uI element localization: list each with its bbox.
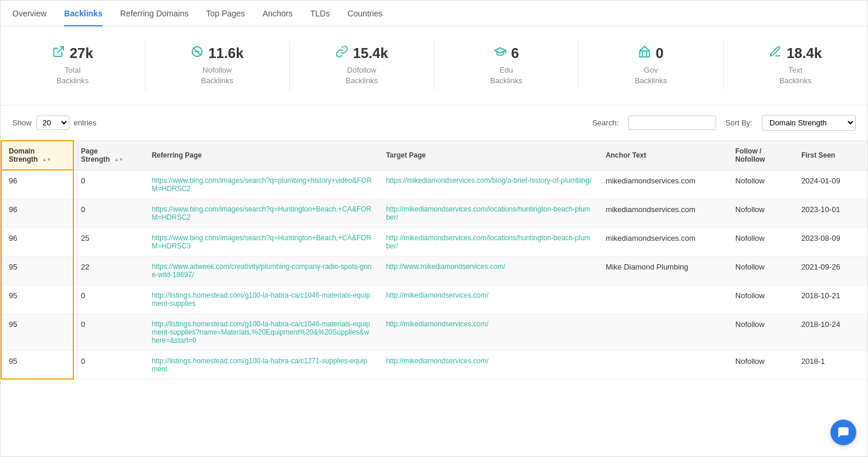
cell-referring-page[interactable]: https://www.bing.com/images/search?q=Hun… [145, 227, 379, 256]
table-row: 9522https://www.adweek.com/creativity/pl… [1, 256, 867, 285]
tab-tlds[interactable]: TLDs [310, 1, 330, 26]
cell-follow: Nofollow [728, 256, 794, 285]
cell-referring-page[interactable]: http://listings.homestead.com/g100-la-ha… [145, 285, 379, 313]
cell-referring-page[interactable]: http://listings.homestead.com/g100-la-ha… [145, 313, 379, 350]
controls-left: Show 20 50 100 entries [12, 115, 586, 130]
tab-countries[interactable]: Countries [347, 1, 382, 26]
cell-anchor-text: mikediamondservices.com [599, 170, 728, 199]
cell-follow: Nofollow [728, 170, 794, 199]
dofollow-value: 15.4k [353, 45, 388, 62]
chat-bubble-button[interactable] [830, 420, 856, 445]
cell-page-strength: 0 [73, 313, 145, 350]
stat-edu-backlinks: 6 EduBacklinks [435, 40, 579, 91]
col-header-target-page: Target Page [379, 141, 598, 170]
sort-select[interactable]: Domain Strength Page Strength First Seen… [762, 115, 856, 131]
cell-target-page[interactable]: http://www.mikediamondservices.com/ [379, 256, 598, 285]
cell-page-strength: 25 [73, 227, 145, 256]
cell-follow: Nofollow [728, 285, 794, 313]
cell-page-strength: 0 [73, 350, 145, 379]
cell-anchor-text: mikediamondservices.com [599, 227, 728, 256]
table-wrapper: DomainStrength ▲▼ PageStrength ▲▼ Referr… [1, 140, 867, 391]
stat-nofollow-backlinks: 11.6k NofollowBacklinks [145, 40, 290, 91]
cell-follow: Nofollow [728, 350, 794, 379]
nofollow-label: NofollowBacklinks [157, 65, 278, 86]
cell-first-seen: 2021-09-26 [794, 256, 867, 285]
col-header-domain-strength[interactable]: DomainStrength ▲▼ [1, 141, 73, 170]
edu-label: EduBacklinks [446, 65, 567, 86]
table-row: 960https://www.bing.com/images/search?q=… [1, 170, 867, 199]
total-backlinks-value: 27k [70, 45, 93, 62]
text-backlinks-value: 18.4k [786, 45, 822, 62]
table-row: 950http://listings.homestead.com/g100-la… [1, 285, 867, 313]
show-select[interactable]: 20 50 100 [36, 115, 69, 130]
entries-label: entries [74, 118, 97, 127]
cell-first-seen: 2018-10-21 [794, 285, 867, 313]
cell-domain-strength: 96 [1, 227, 73, 256]
cell-referring-page[interactable]: https://www.bing.com/images/search?q=plu… [145, 170, 379, 199]
stat-gov-backlinks: 0 GovBacklinks [579, 40, 724, 91]
external-link-icon [52, 45, 65, 62]
cell-first-seen: 2023-10-01 [794, 199, 867, 227]
cell-target-page[interactable]: http://mikediamondservices.com/ [379, 313, 598, 350]
stat-total-backlinks: 27k TotalBacklinks [1, 40, 145, 91]
cell-domain-strength: 95 [1, 350, 73, 379]
nofollow-value: 11.6k [208, 45, 243, 62]
cell-target-page[interactable]: http://mikediamondservices.com/locations… [379, 199, 598, 227]
col-header-page-strength[interactable]: PageStrength ▲▼ [73, 141, 145, 170]
controls-right: Search: Sort By: Domain Strength Page St… [592, 115, 856, 131]
table-row: 960https://www.bing.com/images/search?q=… [1, 199, 867, 227]
cell-page-strength: 22 [73, 256, 145, 285]
cell-anchor-text: mikediamondservices.com [599, 199, 728, 227]
cell-domain-strength: 95 [1, 285, 73, 313]
stats-row: 27k TotalBacklinks 11.6k NofollowBacklin… [1, 26, 867, 105]
cell-first-seen: 2018-10-24 [794, 313, 867, 350]
cell-first-seen: 2024-01-09 [794, 170, 867, 199]
nofollow-icon [191, 45, 204, 62]
tab-anchors[interactable]: Anchors [263, 1, 293, 26]
search-input[interactable] [628, 115, 716, 130]
gov-icon [638, 45, 651, 62]
cell-domain-strength: 96 [1, 170, 73, 199]
sort-arrows-page: ▲▼ [114, 158, 124, 162]
table-row: 950http://listings.homestead.com/g100-la… [1, 350, 867, 379]
cell-target-page[interactable]: http://mikediamondservices.com/locations… [379, 227, 598, 256]
cell-domain-strength: 96 [1, 199, 73, 227]
edu-value: 6 [511, 45, 519, 62]
cell-follow: Nofollow [728, 199, 794, 227]
cell-target-page[interactable]: http://mikediamondservices.com/ [379, 285, 598, 313]
stat-dofollow-backlinks: 15.4k DofollowBacklinks [290, 40, 435, 91]
dofollow-label: DofollowBacklinks [301, 65, 422, 86]
cell-anchor-text [599, 313, 728, 350]
table-row: 950http://listings.homestead.com/g100-la… [1, 313, 867, 350]
search-label: Search: [592, 118, 619, 127]
edu-icon [494, 45, 507, 62]
stat-text-backlinks: 18.4k TextBacklinks [724, 40, 868, 91]
cell-referring-page[interactable]: https://www.bing.com/images/search?q=Hun… [145, 199, 379, 227]
sort-arrows-domain: ▲▼ [42, 158, 52, 162]
dofollow-icon [335, 45, 348, 62]
col-header-anchor-text: Anchor Text [599, 141, 728, 170]
table-row: 9625https://www.bing.com/images/search?q… [1, 227, 867, 256]
cell-referring-page[interactable]: https://www.adweek.com/creativity/plumbi… [145, 256, 379, 285]
cell-follow: Nofollow [728, 313, 794, 350]
cell-domain-strength: 95 [1, 313, 73, 350]
tab-backlinks[interactable]: Backlinks [64, 1, 102, 26]
svg-line-0 [57, 47, 63, 53]
cell-target-page[interactable]: https://mikediamondservices.com/blog/a-b… [379, 170, 598, 199]
table-header-row: DomainStrength ▲▼ PageStrength ▲▼ Referr… [1, 141, 867, 170]
text-backlinks-label: TextBacklinks [735, 65, 856, 86]
cell-referring-page[interactable]: http://listings.homestead.com/g100-la-ha… [145, 350, 379, 379]
cell-page-strength: 0 [73, 170, 145, 199]
tab-referring-domains[interactable]: Referring Domains [120, 1, 189, 26]
show-label: Show [12, 118, 32, 127]
gov-label: GovBacklinks [591, 65, 711, 86]
svg-rect-3 [640, 51, 650, 57]
cell-page-strength: 0 [73, 199, 145, 227]
cell-anchor-text: Mike Diamond Plumbing [599, 256, 728, 285]
backlinks-table: DomainStrength ▲▼ PageStrength ▲▼ Referr… [1, 140, 867, 380]
col-header-follow: Follow /Nofollow [728, 141, 794, 170]
tab-top-pages[interactable]: Top Pages [206, 1, 245, 26]
cell-target-page[interactable]: http://mikediamondservices.com/ [379, 350, 598, 379]
cell-first-seen: 2018-1 [794, 350, 867, 379]
tab-overview[interactable]: Overview [12, 1, 46, 26]
